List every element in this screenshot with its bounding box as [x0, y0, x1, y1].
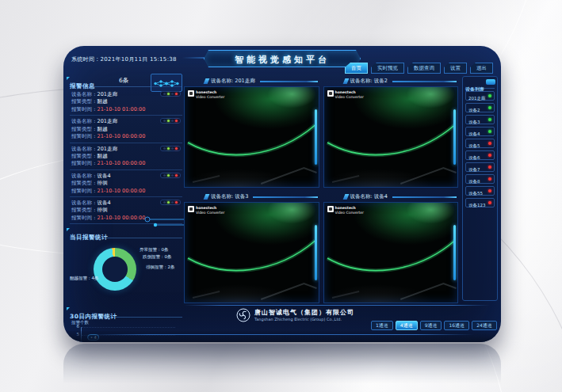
device-list-item[interactable]: 设备6: [465, 150, 495, 160]
bar-chart-ylabel: 报警个数: [71, 320, 182, 325]
video-card-header: 设备名称: 201走廊: [184, 76, 319, 86]
watermark: honestechVideo Converter: [327, 206, 364, 215]
channel-button[interactable]: 1通道: [371, 321, 393, 330]
video-overlay: [324, 87, 458, 187]
device-name: 设备3: [468, 120, 480, 124]
alarm-field: 报警类型：翻越: [71, 153, 181, 160]
video-scrollbar[interactable]: [453, 225, 456, 281]
alarm-field-label: 报警类型：: [71, 180, 97, 186]
device-list-tab[interactable]: [486, 79, 495, 85]
main-nav: 首页实时预览数据查询设置退出: [345, 63, 493, 74]
alarm-field-value: 翻越: [97, 153, 108, 159]
device-list-item[interactable]: 设备5: [465, 139, 495, 148]
video-feed[interactable]: honestechVideo Converter: [323, 202, 459, 303]
nav-button[interactable]: 设置: [444, 63, 467, 74]
device-list-item[interactable]: 201走廊: [465, 91, 495, 101]
device-name: 设备123: [468, 203, 486, 207]
alarm-field-value: 21-10-10 00:00:00: [97, 188, 146, 194]
company-logo-icon: [236, 308, 250, 322]
footer-divider: [184, 305, 490, 306]
nav-button[interactable]: 退出: [470, 63, 493, 74]
device-name: 设备8: [468, 179, 480, 184]
alarm-entry[interactable]: 设备名称：201走廊报警类型：翻越报警时间：21-10-10 00:00:00: [70, 143, 182, 170]
device-name: 设备2: [468, 108, 480, 112]
video-card[interactable]: 设备名称: 201走廊honestechVideo Converter: [184, 76, 319, 188]
alarm-field-label: 报警时间：: [71, 106, 97, 112]
watermark: honestechVideo Converter: [188, 206, 224, 215]
video-grid: 设备名称: 201走廊honestechVideo Converter设备名称:…: [184, 76, 458, 303]
led-dot: [175, 174, 178, 177]
led-dot: [163, 120, 166, 122]
watermark: honestechVideo Converter: [327, 90, 364, 99]
led-strip-icon: [160, 200, 181, 205]
watermark-icon: [327, 90, 334, 97]
video-feed[interactable]: honestechVideo Converter: [184, 86, 319, 188]
alarm-entry[interactable]: 设备名称：201走廊报警类型：翻越报警时间：21-10-10 01:00:00: [70, 89, 182, 116]
alarm-entry[interactable]: 设备名称：201走廊报警类型：翻越报警时间：21-10-10 00:00:00: [70, 116, 182, 143]
alarm-field-value: 翻越: [97, 98, 108, 105]
device-list-item[interactable]: 设备3: [465, 115, 495, 124]
channel-button[interactable]: 16通道: [444, 321, 469, 330]
watermark-text: honestechVideo Converter: [196, 90, 224, 99]
led-dot: [163, 93, 166, 95]
video-overlay: [324, 203, 458, 303]
led-dot: [171, 147, 174, 150]
monthly-stats-title: 30日内报警统计: [70, 313, 117, 320]
alarm-field-label: 报警类型：: [71, 98, 97, 105]
video-scrollbar[interactable]: [315, 109, 317, 166]
device-status-dot: [488, 177, 491, 181]
watermark-icon: [188, 90, 194, 97]
video-scrollbar[interactable]: [315, 225, 317, 281]
video-card-header: 设备名称: 设备2: [323, 76, 459, 86]
alarm-field-value: 设备4: [97, 200, 111, 206]
device-list-item[interactable]: 设备55: [465, 186, 495, 196]
led-dot: [167, 147, 170, 150]
device-list-item[interactable]: 设备8: [465, 174, 495, 184]
channel-button[interactable]: 4通道: [396, 321, 418, 330]
alarm-field-label: 报警时间：: [71, 215, 97, 221]
device-list-item[interactable]: 设备2: [465, 103, 495, 112]
video-feed[interactable]: honestechVideo Converter: [323, 86, 459, 188]
nav-button[interactable]: 首页: [345, 63, 368, 74]
alarm-field-label: 设备名称：: [71, 118, 97, 124]
nav-button[interactable]: 数据查询: [407, 63, 441, 74]
donut-hole: [102, 257, 128, 282]
device-status-dot: [488, 106, 491, 109]
video-card[interactable]: 设备名称: 设备3honestechVideo Converter: [184, 192, 319, 303]
watermark-icon: [327, 206, 334, 212]
video-card[interactable]: 设备名称: 设备4honestechVideo Converter: [323, 192, 459, 303]
video-feed[interactable]: honestechVideo Converter: [184, 202, 319, 303]
led-dot: [163, 201, 166, 204]
alarm-field: 报警时间：21-10-10 00:00:00: [71, 160, 181, 167]
led-dot: [167, 174, 170, 177]
slash-icon: [342, 78, 349, 84]
video-card[interactable]: 设备名称: 设备2honestechVideo Converter: [323, 76, 459, 188]
device-list-item[interactable]: 设备7: [465, 162, 495, 172]
system-time: 系统时间：2021年10月11日 15:15:38: [71, 55, 177, 63]
led-dot: [167, 201, 170, 204]
channel-button[interactable]: 24通道: [472, 321, 497, 330]
bar-chart-ytick: 6: [77, 325, 80, 329]
led-dot: [171, 93, 174, 95]
led-strip-icon: [160, 173, 181, 178]
nav-button[interactable]: 实时预览: [371, 63, 404, 74]
device-list: 201走廊设备2设备3设备4设备5设备6设备7设备8设备55设备123: [465, 91, 495, 207]
video-header-line: [392, 81, 457, 82]
video-header-line: [253, 196, 317, 198]
device-list-item[interactable]: 设备123: [465, 198, 495, 207]
alarm-entry[interactable]: 设备名称：设备4报警类型：徘徊报警时间：21-10-10 00:00:00: [70, 170, 182, 197]
alarm-field-value: 21-10-10 00:00:00: [97, 133, 146, 139]
channel-button[interactable]: 9通道: [420, 321, 442, 330]
led-dot: [171, 174, 174, 177]
device-name: 设备6: [468, 155, 480, 160]
watermark-line2: Video Converter: [335, 211, 364, 215]
watermark-text: honestechVideo Converter: [335, 206, 364, 215]
donut-ring: [94, 248, 136, 291]
device-list-item[interactable]: 设备4: [465, 127, 495, 136]
device-status-dot: [488, 166, 491, 169]
video-header-line: [392, 196, 457, 198]
slash-icon: [204, 78, 210, 84]
device-status-dot: [488, 130, 491, 133]
donut-label: 跌倒报警：0条: [143, 254, 172, 260]
video-scrollbar[interactable]: [453, 109, 456, 166]
